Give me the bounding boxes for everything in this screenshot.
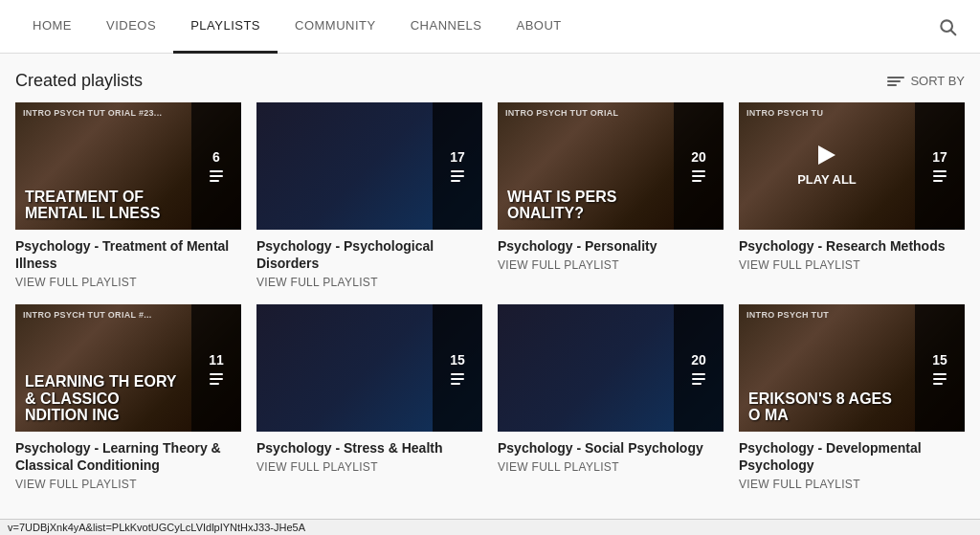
- list-icon: [933, 170, 947, 182]
- play-icon: [818, 145, 835, 165]
- toolbar: Created playlists SORT BY: [0, 54, 980, 102]
- count-overlay: 6: [191, 102, 241, 230]
- view-playlist-link[interactable]: VIEW FULL PLAYLIST: [498, 460, 724, 474]
- list-icon: [210, 373, 223, 385]
- count-overlay: 20: [674, 304, 724, 432]
- playlist-card[interactable]: 17 Psychology - Psychological Disorders …: [256, 102, 482, 289]
- page-title: Created playlists: [15, 71, 143, 91]
- video-count: 17: [450, 149, 465, 165]
- playlist-card[interactable]: INTRO PSYCH TU PLAY ALL 17 Psychology - …: [739, 102, 965, 289]
- nav-item-about[interactable]: ABOUT: [500, 0, 579, 54]
- view-playlist-link[interactable]: VIEW FULL PLAYLIST: [15, 478, 241, 491]
- count-overlay: 15: [915, 304, 965, 432]
- thumb-title-text: LEARNING TH EORY & CLASSICO NDITION ING: [15, 304, 191, 432]
- playlist-thumbnail[interactable]: INTRO PSYCH TU PLAY ALL 17: [739, 102, 965, 230]
- playlist-card[interactable]: INTRO PSYCH TUT ERIKSON'S 8 AGES O MA 15…: [739, 304, 965, 491]
- playlist-card[interactable]: 20 Psychology - Social Psychology VIEW F…: [498, 304, 724, 491]
- card-title: Psychology - Social Psychology: [498, 439, 724, 457]
- view-playlist-link[interactable]: VIEW FULL PLAYLIST: [739, 258, 965, 272]
- nav-item-community[interactable]: COMMUNITY: [278, 0, 393, 54]
- card-title: Psychology - Learning Theory & Classical…: [15, 439, 241, 474]
- playlist-thumbnail[interactable]: INTRO PSYCH TUT ORIAL #23... TREATMENT O…: [15, 102, 241, 230]
- nav-item-playlists[interactable]: PLAYLISTS: [173, 0, 278, 54]
- count-overlay: 17: [433, 102, 482, 230]
- list-icon: [451, 170, 464, 182]
- card-title: Psychology - Personality: [498, 237, 724, 255]
- video-count: 6: [212, 149, 220, 165]
- view-playlist-link[interactable]: VIEW FULL PLAYLIST: [498, 258, 724, 272]
- video-count: 11: [209, 352, 224, 368]
- thumb-title-text: ERIKSON'S 8 AGES O MA: [739, 304, 915, 432]
- thumb-title-text: WHAT IS PERS ONALITY?: [498, 102, 674, 230]
- video-count: 20: [691, 149, 706, 165]
- view-playlist-link[interactable]: VIEW FULL PLAYLIST: [256, 276, 482, 289]
- playlist-thumbnail[interactable]: 17: [256, 102, 482, 230]
- sort-by-button[interactable]: SORT BY: [887, 74, 965, 88]
- view-playlist-link[interactable]: VIEW FULL PLAYLIST: [256, 460, 482, 474]
- sort-icon: [887, 77, 904, 86]
- list-icon: [210, 170, 223, 182]
- count-overlay: 17: [915, 102, 965, 230]
- nav-item-home[interactable]: HOME: [15, 0, 89, 54]
- play-all-overlay: PLAY ALL: [739, 102, 915, 230]
- count-overlay: 20: [674, 102, 724, 230]
- view-playlist-link[interactable]: VIEW FULL PLAYLIST: [739, 478, 965, 491]
- video-count: 15: [450, 352, 465, 368]
- playlist-card[interactable]: INTRO PSYCH TUT ORIAL WHAT IS PERS ONALI…: [498, 102, 724, 289]
- card-title: Psychology - Stress & Health: [256, 439, 482, 457]
- nav-bar: HOME VIDEOS PLAYLISTS COMMUNITY CHANNELS…: [0, 0, 980, 54]
- thumb-title-text: TREATMENT OF MENTAL IL LNESS: [15, 102, 191, 230]
- playlist-grid: INTRO PSYCH TUT ORIAL #23... TREATMENT O…: [0, 102, 980, 506]
- playlist-card[interactable]: 15 Psychology - Stress & Health VIEW FUL…: [256, 304, 482, 491]
- list-icon: [451, 373, 464, 385]
- view-playlist-link[interactable]: VIEW FULL PLAYLIST: [15, 276, 241, 289]
- list-icon: [933, 373, 947, 385]
- video-count: 20: [691, 352, 706, 368]
- card-title: Psychology - Psychological Disorders: [256, 237, 482, 272]
- card-title: Psychology - Treatment of Mental Illness: [15, 237, 241, 272]
- playlist-thumbnail[interactable]: 20: [498, 304, 724, 432]
- sort-by-label: SORT BY: [910, 74, 965, 88]
- search-icon[interactable]: [930, 10, 965, 44]
- list-icon: [692, 170, 705, 182]
- nav-item-channels[interactable]: CHANNELS: [393, 0, 500, 54]
- card-title: Psychology - Developmental Psychology: [739, 439, 965, 474]
- nav-item-videos[interactable]: VIDEOS: [89, 0, 173, 54]
- count-overlay: 11: [191, 304, 241, 432]
- playlist-thumbnail[interactable]: INTRO PSYCH TUT ORIAL #... LEARNING TH E…: [15, 304, 241, 432]
- play-all-label: PLAY ALL: [797, 172, 857, 187]
- playlist-thumbnail[interactable]: INTRO PSYCH TUT ERIKSON'S 8 AGES O MA 15: [739, 304, 965, 432]
- video-count: 17: [932, 149, 947, 165]
- playlist-card[interactable]: INTRO PSYCH TUT ORIAL #... LEARNING TH E…: [15, 304, 241, 491]
- count-overlay: 15: [433, 304, 482, 432]
- video-count: 15: [932, 352, 947, 368]
- playlist-thumbnail[interactable]: 15: [256, 304, 482, 432]
- list-icon: [692, 373, 705, 385]
- card-title: Psychology - Research Methods: [739, 237, 965, 255]
- svg-line-1: [951, 30, 956, 34]
- playlist-thumbnail[interactable]: INTRO PSYCH TUT ORIAL WHAT IS PERS ONALI…: [498, 102, 724, 230]
- playlist-card[interactable]: INTRO PSYCH TUT ORIAL #23... TREATMENT O…: [15, 102, 241, 289]
